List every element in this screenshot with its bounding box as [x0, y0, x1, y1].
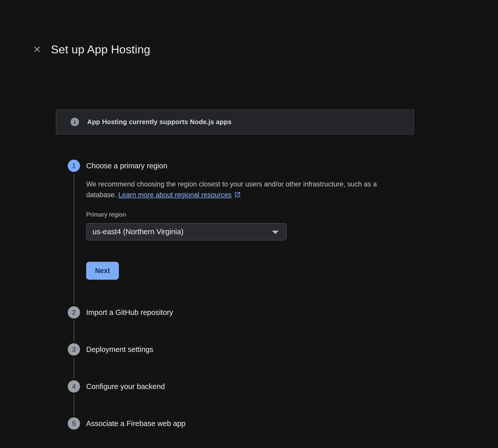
- step-2-label: Import a GitHub repository: [86, 306, 498, 319]
- primary-region-select[interactable]: us-east4 (Northern Virginia): [86, 223, 287, 240]
- step-1: 1 Choose a primary region We recommend c…: [68, 160, 498, 306]
- step-3-indicator: 3: [68, 343, 80, 356]
- step-3-body: Deployment settings: [86, 343, 498, 380]
- primary-region-label: Primary region: [86, 211, 498, 218]
- step-5-indicator: 5: [68, 417, 80, 430]
- step-1-indicator: 1: [68, 160, 80, 172]
- close-button[interactable]: ✕: [30, 43, 44, 56]
- dropdown-arrow-icon: [272, 231, 279, 234]
- next-button[interactable]: Next: [86, 262, 119, 280]
- page-title: Set up App Hosting: [51, 43, 150, 56]
- step-connector-line: [74, 321, 74, 341]
- step-4-rail: 4: [68, 380, 80, 417]
- step-2: 2 Import a GitHub repository: [68, 306, 498, 343]
- step-4: 4 Configure your backend: [68, 380, 498, 417]
- step-1-body: Choose a primary region We recommend cho…: [86, 160, 498, 306]
- step-connector-line: [74, 358, 74, 378]
- close-icon: ✕: [33, 45, 41, 54]
- learn-more-link[interactable]: Learn more about regional resources: [118, 191, 241, 199]
- step-3: 3 Deployment settings: [68, 343, 498, 380]
- page-header: ✕ Set up App Hosting: [30, 0, 498, 64]
- step-connector-line: [74, 174, 74, 304]
- step-4-label: Configure your backend: [86, 380, 498, 393]
- step-3-label: Deployment settings: [86, 343, 498, 356]
- step-4-indicator: 4: [68, 380, 80, 393]
- step-5-rail: 5: [68, 417, 80, 430]
- learn-more-link-text: Learn more about regional resources: [118, 191, 232, 199]
- step-2-indicator: 2: [68, 306, 80, 319]
- external-link-icon: [234, 191, 241, 198]
- step-2-rail: 2: [68, 306, 80, 343]
- info-icon: i: [71, 118, 79, 126]
- info-banner: i App Hosting currently supports Node.js…: [56, 110, 414, 134]
- step-3-rail: 3: [68, 343, 80, 380]
- step-1-label: Choose a primary region: [86, 160, 498, 172]
- step-5: 5 Associate a Firebase web app: [68, 417, 498, 430]
- step-2-body: Import a GitHub repository: [86, 306, 498, 343]
- step-5-label: Associate a Firebase web app: [86, 417, 498, 430]
- stepper: 1 Choose a primary region We recommend c…: [68, 160, 498, 430]
- primary-region-value: us-east4 (Northern Virginia): [93, 228, 184, 236]
- step-1-content: We recommend choosing the region closest…: [86, 179, 498, 306]
- step-5-body: Associate a Firebase web app: [86, 417, 498, 430]
- step-connector-line: [74, 395, 74, 415]
- region-description: We recommend choosing the region closest…: [86, 179, 406, 200]
- setup-app-hosting-page: ✕ Set up App Hosting i App Hosting curre…: [0, 0, 498, 448]
- step-4-body: Configure your backend: [86, 380, 498, 417]
- step-1-rail: 1: [68, 160, 80, 306]
- banner-text: App Hosting currently supports Node.js a…: [87, 118, 232, 126]
